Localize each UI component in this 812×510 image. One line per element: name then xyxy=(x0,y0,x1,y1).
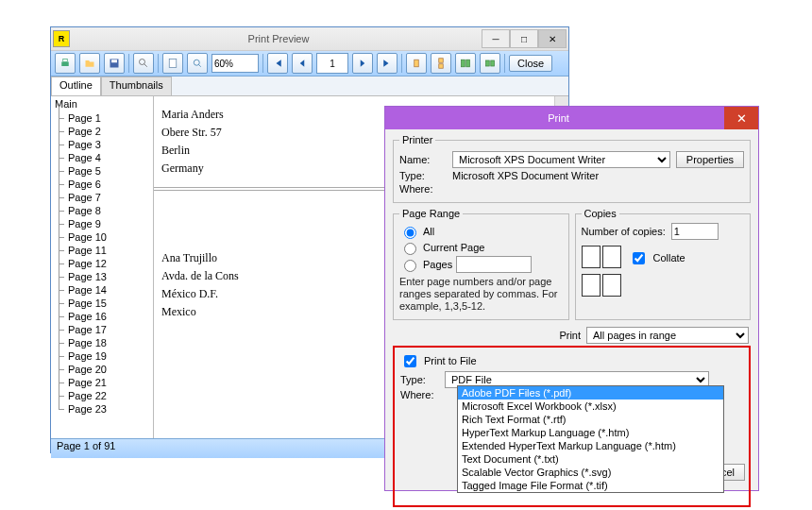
range-current-radio[interactable] xyxy=(404,243,416,255)
properties-button[interactable]: Properties xyxy=(676,151,744,168)
outline-page-item[interactable]: Page 7 xyxy=(51,191,153,204)
outline-page-item[interactable]: Page 10 xyxy=(51,230,153,244)
facing-icon[interactable] xyxy=(480,53,500,74)
svg-rect-10 xyxy=(439,59,444,63)
outline-page-item[interactable]: Page 21 xyxy=(51,376,153,389)
svg-rect-13 xyxy=(466,60,470,67)
ptf-type-dropdown[interactable]: Adobe PDF Files (*.pdf)Microsoft Excel W… xyxy=(457,385,724,493)
outline-root[interactable]: Main xyxy=(51,96,153,111)
save-icon[interactable] xyxy=(104,53,125,74)
outline-page-item[interactable]: Page 23 xyxy=(51,402,153,416)
svg-point-4 xyxy=(140,60,145,65)
printer-name-select[interactable]: Microsoft XPS Document Writer xyxy=(452,151,670,168)
outline-page-item[interactable]: Page 20 xyxy=(51,363,153,376)
window-title: Print Preview xyxy=(76,33,482,44)
outline-page-item[interactable]: Page 5 xyxy=(51,164,153,178)
collate-icon xyxy=(582,246,601,268)
collate-checkbox[interactable] xyxy=(633,252,645,264)
dropdown-option[interactable]: Scalable Vector Graphics (*.svg) xyxy=(458,466,723,479)
last-page-icon[interactable] xyxy=(377,53,398,74)
collate-icon xyxy=(582,274,601,297)
print-icon[interactable] xyxy=(55,53,76,74)
dropdown-option[interactable]: HyperText Markup Language (*.htm) xyxy=(458,426,723,439)
find-icon[interactable] xyxy=(133,53,154,74)
maximize-button[interactable]: □ xyxy=(510,29,538,48)
printer-where-label: Where: xyxy=(399,183,447,195)
collate-icon xyxy=(602,246,621,268)
continuous-icon[interactable] xyxy=(431,53,451,74)
ptf-type-label: Type: xyxy=(400,374,440,385)
first-page-icon[interactable] xyxy=(267,53,288,74)
next-page-icon[interactable] xyxy=(352,53,373,74)
outline-page-item[interactable]: Page 2 xyxy=(51,125,153,138)
dropdown-option[interactable]: Text Document (*.txt) xyxy=(458,452,723,466)
toolbar: Close xyxy=(51,51,568,76)
outline-page-item[interactable]: Page 11 xyxy=(51,244,153,257)
dropdown-option[interactable]: Extended HyperText Markup Language (*.ht… xyxy=(458,439,723,452)
page-setup-icon[interactable] xyxy=(162,53,183,74)
print-to-file-checkbox[interactable] xyxy=(404,355,416,367)
print-dialog: Print ✕ Printer Name: Microsoft XPS Docu… xyxy=(384,106,759,491)
svg-rect-12 xyxy=(462,60,465,67)
printer-group: Printer Name: Microsoft XPS Document Wri… xyxy=(393,134,751,203)
svg-rect-6 xyxy=(169,60,177,68)
printer-name-label: Name: xyxy=(399,154,447,165)
tab-bar: Outline Thumbnails xyxy=(51,76,568,96)
dropdown-option[interactable]: Adobe PDF Files (*.pdf) xyxy=(458,386,723,400)
zoom-icon[interactable] xyxy=(187,53,208,74)
print-select[interactable]: All pages in range xyxy=(586,327,749,344)
outline-page-item[interactable]: Page 22 xyxy=(51,389,153,402)
page-number-input[interactable] xyxy=(316,53,348,74)
outline-panel: Main Page 1Page 2Page 3Page 4Page 5Page … xyxy=(51,96,154,438)
copies-label: Number of copies: xyxy=(582,226,666,237)
outline-page-item[interactable]: Page 13 xyxy=(51,270,153,283)
range-pages-radio[interactable] xyxy=(404,260,416,272)
dropdown-option[interactable]: Tagged Image File Format (*.tif) xyxy=(458,479,723,492)
svg-rect-3 xyxy=(111,60,117,62)
outline-page-item[interactable]: Page 15 xyxy=(51,297,153,310)
close-preview-button[interactable]: Close xyxy=(509,55,552,72)
tab-outline[interactable]: Outline xyxy=(51,76,101,95)
outline-page-item[interactable]: Page 17 xyxy=(51,323,153,336)
svg-line-8 xyxy=(199,65,201,67)
tab-thumbnails[interactable]: Thumbnails xyxy=(101,76,172,95)
zoom-input[interactable] xyxy=(211,54,259,73)
print-to-file-group: Print to File Type: PDF File Where: Adob… xyxy=(393,346,751,507)
outline-page-item[interactable]: Page 14 xyxy=(51,283,153,297)
range-all-radio[interactable] xyxy=(404,227,416,239)
outline-page-item[interactable]: Page 3 xyxy=(51,138,153,151)
outline-page-item[interactable]: Page 4 xyxy=(51,151,153,164)
minimize-button[interactable]: ─ xyxy=(482,29,510,48)
dropdown-option[interactable]: Microsoft Excel Workbook (*.xlsx) xyxy=(458,400,723,413)
outline-page-item[interactable]: Page 1 xyxy=(51,111,153,125)
svg-line-5 xyxy=(144,64,147,67)
multi-page-icon[interactable] xyxy=(455,53,476,74)
copies-group: Copies Number of copies: Collate xyxy=(575,208,752,320)
outline-page-item[interactable]: Page 19 xyxy=(51,349,153,363)
outline-page-item[interactable]: Page 12 xyxy=(51,257,153,270)
svg-rect-1 xyxy=(63,60,68,62)
svg-rect-9 xyxy=(414,60,419,67)
print-titlebar: Print ✕ xyxy=(385,107,758,129)
outline-page-item[interactable]: Page 6 xyxy=(51,178,153,191)
outline-page-item[interactable]: Page 18 xyxy=(51,336,153,349)
print-select-label: Print xyxy=(559,330,581,341)
outline-page-item[interactable]: Page 9 xyxy=(51,217,153,230)
outline-page-item[interactable]: Page 8 xyxy=(51,204,153,217)
range-pages-input[interactable] xyxy=(456,256,532,273)
dropdown-option[interactable]: Rich Text Format (*.rtf) xyxy=(458,413,723,426)
close-dialog-button[interactable]: ✕ xyxy=(724,107,758,129)
titlebar: R Print Preview ─ □ ✕ xyxy=(51,27,568,51)
close-window-button[interactable]: ✕ xyxy=(538,29,567,48)
outline-page-item[interactable]: Page 16 xyxy=(51,310,153,323)
prev-page-icon[interactable] xyxy=(292,53,313,74)
single-page-icon[interactable] xyxy=(406,53,427,74)
svg-point-7 xyxy=(194,60,199,65)
copies-input[interactable] xyxy=(671,223,719,240)
page-range-group: Page Range All Current Page Pages Enter … xyxy=(393,208,569,320)
open-icon[interactable] xyxy=(79,53,100,74)
collate-icon xyxy=(602,274,621,297)
svg-rect-0 xyxy=(61,62,69,67)
printer-type-value: Microsoft XPS Document Writer xyxy=(452,170,599,181)
app-icon: R xyxy=(53,30,70,47)
